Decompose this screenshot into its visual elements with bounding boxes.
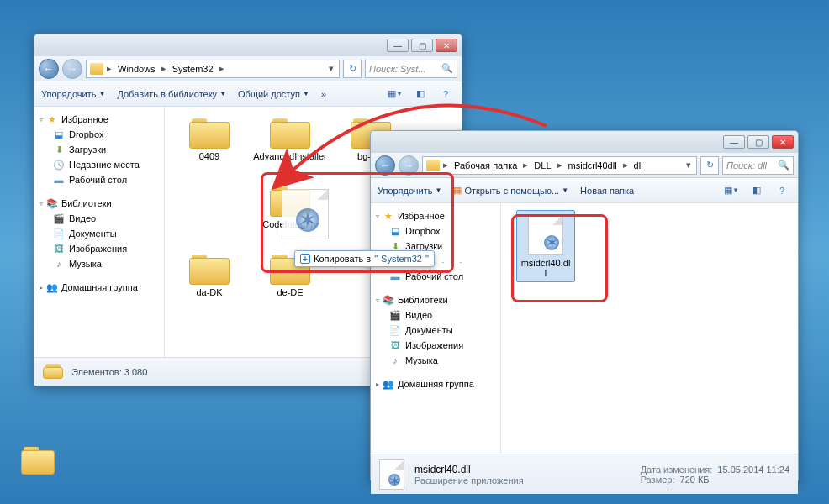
chevron-right-icon[interactable]: ▸ xyxy=(556,160,564,171)
star-icon: ★ xyxy=(383,210,394,222)
dropbox-icon: ⬓ xyxy=(53,129,65,140)
favorites-group[interactable]: ▿★Избранное xyxy=(374,208,497,223)
chevron-right-icon[interactable]: ▸ xyxy=(621,160,630,171)
sidebar-item-documents[interactable]: 📄Документы xyxy=(38,226,161,241)
breadcrumb[interactable]: msidcrl40dll xyxy=(566,160,620,171)
sidebar-item-video[interactable]: 🎬Видео xyxy=(374,307,497,323)
folder-icon xyxy=(426,160,440,171)
sidebar-item-desktop[interactable]: ▬Рабочий стол xyxy=(38,172,161,187)
favorites-group[interactable]: ▿★Избранное xyxy=(38,112,161,127)
homegroup-icon: 👥 xyxy=(383,378,394,390)
open-with-menu[interactable]: ▦ Открыть с помощью...▼ xyxy=(453,185,568,196)
view-options-button[interactable]: ▦ ▼ xyxy=(722,182,741,199)
details-size-value: 720 КБ xyxy=(680,475,710,485)
homegroup[interactable]: ▸👥Домашняя группа xyxy=(374,376,497,391)
nav-forward-button[interactable]: → xyxy=(62,59,82,79)
breadcrumb[interactable]: Windows xyxy=(115,64,158,74)
sidebar-item-desktop[interactable]: ▬Рабочий стол xyxy=(374,269,497,284)
organize-menu[interactable]: Упорядочить▼ xyxy=(378,186,441,196)
folder-icon xyxy=(90,63,103,75)
close-button[interactable]: ✕ xyxy=(436,39,457,52)
maximize-button[interactable]: ▢ xyxy=(411,39,433,52)
add-to-library-menu[interactable]: Добавить в библиотеку▼ xyxy=(117,89,226,99)
sidebar-item-downloads[interactable]: ⬇Загрузки xyxy=(38,142,161,157)
sidebar-item-pictures[interactable]: 🖼Изображения xyxy=(38,241,161,256)
refresh-button[interactable]: ↻ xyxy=(700,156,719,175)
navigation-pane: ▿★Избранное ⬓Dropbox ⬇Загрузки 🕓Недавние… xyxy=(34,107,165,357)
folder-dadk[interactable]: da-DK xyxy=(172,249,247,312)
view-options-button[interactable]: ▦ ▼ xyxy=(386,86,404,102)
minimize-button[interactable]: — xyxy=(387,39,409,52)
maximize-button[interactable]: ▢ xyxy=(747,135,769,149)
address-bar[interactable]: ▸ Windows ▸ System32 ▸ ▾ xyxy=(86,60,340,78)
libraries-group[interactable]: ▿📚Библиотеки xyxy=(374,292,497,307)
image-icon: 🖼 xyxy=(389,339,401,351)
tooltip-text: Копировать в xyxy=(314,254,371,264)
address-bar[interactable]: ▸ Рабочая папка ▸ DLL ▸ msidcrl40dll ▸ d… xyxy=(422,156,697,175)
burn-button[interactable]: » xyxy=(321,89,326,99)
folder-0409[interactable]: 0409 xyxy=(172,113,247,176)
nav-back-button[interactable]: ← xyxy=(375,155,395,176)
file-label: msidcrl40.dll xyxy=(520,258,571,278)
refresh-button[interactable]: ↻ xyxy=(343,60,362,78)
toolbar: Упорядочить▼ ▦ Открыть с помощью...▼ Нов… xyxy=(371,178,798,203)
chevron-down-icon[interactable]: ▾ xyxy=(327,63,335,74)
sidebar-item-music[interactable]: ♪Музыка xyxy=(374,353,497,368)
sidebar-item-documents[interactable]: 📄Документы xyxy=(374,323,497,338)
titlebar[interactable]: — ▢ ✕ xyxy=(34,34,462,56)
video-icon: 🎬 xyxy=(389,309,401,321)
preview-pane-button[interactable]: ◧ xyxy=(411,86,430,102)
share-menu[interactable]: Общий доступ▼ xyxy=(238,89,309,99)
sidebar-item-pictures[interactable]: 🖼Изображения xyxy=(374,338,497,353)
new-folder-button[interactable]: Новая папка xyxy=(580,186,634,196)
details-filename: msidcrl40.dll xyxy=(414,464,524,475)
search-input[interactable]: Поиск: dll 🔍 xyxy=(722,156,794,175)
chevron-right-icon[interactable]: ▸ xyxy=(441,160,450,171)
search-input[interactable]: Поиск: Syst... 🔍 xyxy=(365,60,457,78)
explorer-window-dll: — ▢ ✕ ← → ▸ Рабочая папка ▸ DLL ▸ msidcr… xyxy=(370,130,799,483)
sidebar-item-dropbox[interactable]: ⬓Dropbox xyxy=(374,223,497,239)
content-area[interactable]: msidcrl40.dll xyxy=(501,203,798,454)
details-date-label: Дата изменения: xyxy=(641,465,713,475)
close-button[interactable]: ✕ xyxy=(772,135,794,149)
homegroup[interactable]: ▸👥Домашняя группа xyxy=(38,280,161,295)
libraries-group[interactable]: ▿📚Библиотеки xyxy=(38,196,161,211)
breadcrumb[interactable]: dll xyxy=(631,160,646,171)
chevron-right-icon[interactable]: ▸ xyxy=(160,63,168,74)
help-button[interactable]: ? xyxy=(436,86,455,102)
preview-pane-button[interactable]: ◧ xyxy=(747,182,766,199)
file-msidcrl40-dll[interactable]: msidcrl40.dll xyxy=(516,210,575,282)
sidebar-item-music[interactable]: ♪Музыка xyxy=(38,256,161,271)
search-icon: 🔍 xyxy=(441,63,453,74)
sidebar-item-dropbox[interactable]: ⬓Dropbox xyxy=(38,127,161,142)
breadcrumb[interactable]: DLL xyxy=(531,160,553,171)
navigation-pane: ▿★Избранное ⬓Dropbox ⬇Загрузки 🕓- - - - … xyxy=(371,203,501,454)
organize-menu[interactable]: Упорядочить▼ xyxy=(41,89,105,99)
nav-forward-button[interactable]: → xyxy=(399,155,419,176)
library-icon: 📚 xyxy=(46,197,58,209)
sidebar-item-recent[interactable]: 🕓Недавние места xyxy=(38,157,161,172)
library-icon: 📚 xyxy=(383,294,394,306)
breadcrumb[interactable]: Рабочая папка xyxy=(451,160,520,171)
nav-back-button[interactable]: ← xyxy=(39,59,59,79)
search-placeholder: Поиск: dll xyxy=(726,160,767,171)
details-type: Расширение приложения xyxy=(414,475,524,486)
chevron-right-icon[interactable]: ▸ xyxy=(105,63,114,74)
chevron-down-icon[interactable]: ▾ xyxy=(684,160,693,171)
desktop-folder-icon[interactable] xyxy=(17,445,59,496)
desktop-icon: ▬ xyxy=(53,174,65,186)
music-icon: ♪ xyxy=(53,258,65,270)
document-icon: 📄 xyxy=(53,228,65,239)
video-icon: 🎬 xyxy=(53,213,65,224)
status-item-count: Элементов: 3 080 xyxy=(71,367,147,377)
document-icon: 📄 xyxy=(389,324,401,336)
chevron-right-icon[interactable]: ▸ xyxy=(521,160,530,171)
details-size-label: Размер: xyxy=(641,475,675,485)
titlebar[interactable]: — ▢ ✕ xyxy=(371,131,798,153)
sidebar-item-video[interactable]: 🎬Видео xyxy=(38,211,161,226)
chevron-right-icon[interactable]: ▸ xyxy=(218,63,226,74)
minimize-button[interactable]: — xyxy=(723,135,745,149)
help-button[interactable]: ? xyxy=(773,182,791,199)
breadcrumb[interactable]: System32 xyxy=(170,64,216,74)
folder-advancedinstallers[interactable]: AdvancedInstallers xyxy=(252,113,328,176)
